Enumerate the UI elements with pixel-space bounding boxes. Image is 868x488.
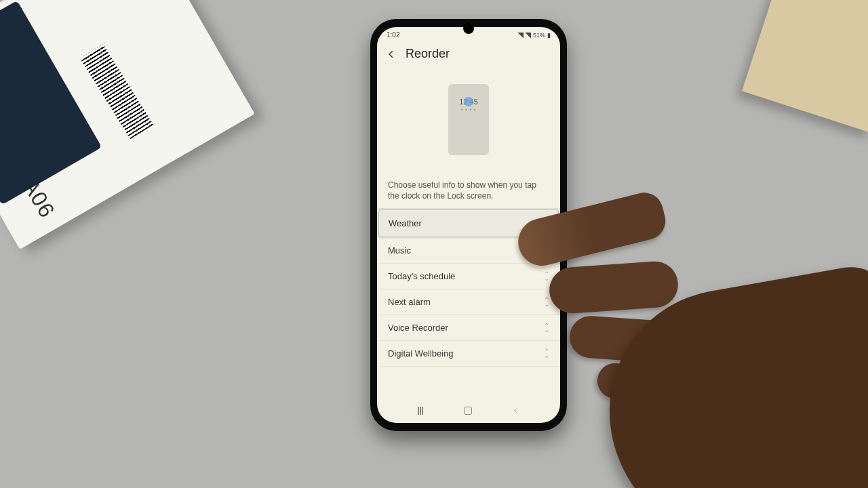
- nav-home[interactable]: [464, 407, 472, 415]
- preview-clock: 12:45: [459, 98, 478, 106]
- list-item-recorder[interactable]: Voice Recorder ⌃⌄: [377, 315, 560, 341]
- page-title: Reorder: [406, 47, 450, 61]
- box-image: [0, 1, 102, 205]
- product-box-prop: [0, 0, 255, 249]
- reorder-list: Weather Music ⌃⌄ Today's schedule ⌃⌄ Nex…: [377, 209, 560, 400]
- header: Reorder: [377, 40, 560, 69]
- drag-handle-icon[interactable]: ⌃⌄: [544, 350, 549, 358]
- barcode: [80, 44, 153, 139]
- item-label: Voice Recorder: [388, 323, 448, 333]
- signal-icon-2: [526, 33, 531, 38]
- weather-icon: [464, 97, 473, 106]
- preview-area: 12:45 ● ● ● ●: [377, 69, 560, 180]
- nav-recents[interactable]: [418, 407, 423, 415]
- camera-notch: [463, 23, 474, 34]
- item-label: Music: [388, 245, 411, 256]
- drag-handle-icon[interactable]: ⌃⌄: [544, 298, 549, 306]
- list-item-wellbeing[interactable]: Digital Wellbeing ⌃⌄: [377, 341, 560, 367]
- list-item-weather[interactable]: Weather: [378, 209, 559, 237]
- nav-bar: [377, 400, 560, 423]
- item-label: Today's schedule: [388, 271, 455, 281]
- channel-logo: [829, 461, 861, 477]
- wood-prop: [742, 0, 868, 133]
- hand-overlay: [515, 203, 868, 488]
- phone-screen: 1:02 51% ▮ Reorder 12:45 ● ● ● ●: [377, 27, 560, 423]
- item-label: Next alarm: [388, 297, 431, 307]
- lockscreen-preview: 12:45 ● ● ● ●: [448, 84, 489, 155]
- back-icon[interactable]: [387, 49, 396, 59]
- battery-icon: ▮: [547, 32, 551, 39]
- list-item-alarm[interactable]: Next alarm ⌃⌄: [377, 289, 560, 315]
- drag-handle-icon[interactable]: ⌃⌄: [544, 324, 549, 332]
- status-right: 51% ▮: [518, 32, 551, 39]
- description-text: Choose useful info to show when you tap …: [377, 180, 560, 209]
- phone-frame: 1:02 51% ▮ Reorder 12:45 ● ● ● ●: [370, 19, 567, 431]
- drag-handle-icon[interactable]: ⌃⌄: [544, 272, 549, 281]
- status-time: 1:02: [387, 31, 399, 39]
- preview-dots: ● ● ● ●: [460, 107, 476, 111]
- item-label: Digital Wellbeing: [388, 348, 454, 359]
- drag-handle-icon[interactable]: ⌃⌄: [544, 247, 549, 255]
- battery-percent: 51%: [533, 32, 545, 39]
- signal-icon: [518, 33, 524, 38]
- nav-back[interactable]: [513, 407, 519, 415]
- list-item-schedule[interactable]: Today's schedule ⌃⌄: [377, 264, 560, 289]
- item-label: Weather: [389, 218, 422, 228]
- list-item-music[interactable]: Music ⌃⌄: [377, 238, 560, 264]
